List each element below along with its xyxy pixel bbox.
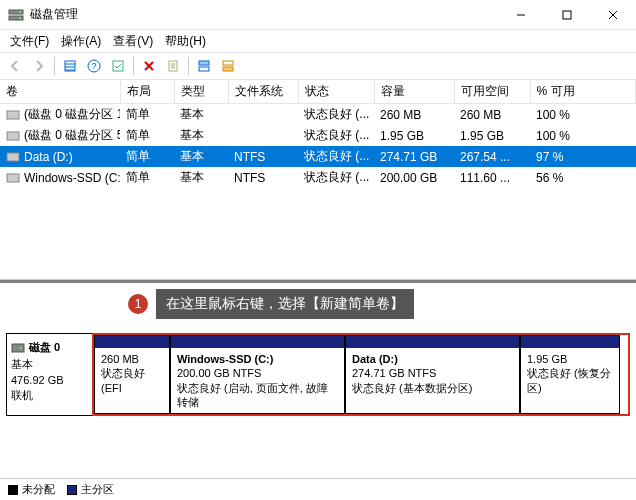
menu-help[interactable]: 帮助(H) <box>159 31 212 52</box>
maximize-button[interactable] <box>544 0 590 30</box>
svg-rect-13 <box>223 67 233 71</box>
disk-icon <box>11 342 25 354</box>
col-type[interactable]: 类型 <box>174 80 228 104</box>
window-title: 磁盘管理 <box>30 6 498 23</box>
properties-button[interactable] <box>162 55 184 77</box>
disk-row[interactable]: 磁盘 0 基本 476.92 GB 联机 260 MB状态良好 (EFI Win… <box>6 333 630 416</box>
delete-button[interactable] <box>138 55 160 77</box>
volume-table-container: 卷 布局 类型 文件系统 状态 容量 可用空间 % 可用 (磁盘 0 磁盘分区 … <box>0 80 636 280</box>
minimize-button[interactable] <box>498 0 544 30</box>
partition[interactable]: Data (D:)274.71 GB NTFS状态良好 (基本数据分区) <box>345 335 520 414</box>
partition[interactable]: 1.95 GB状态良好 (恢复分区) <box>520 335 620 414</box>
col-layout[interactable]: 布局 <box>120 80 174 104</box>
svg-rect-11 <box>199 67 209 71</box>
svg-point-3 <box>19 17 21 19</box>
partition[interactable]: Windows-SSD (C:)200.00 GB NTFS状态良好 (启动, … <box>170 335 345 414</box>
disk-info: 磁盘 0 基本 476.92 GB 联机 <box>6 333 92 416</box>
layout-top-button[interactable] <box>193 55 215 77</box>
svg-rect-14 <box>7 111 19 119</box>
legend-swatch-primary <box>67 485 77 495</box>
forward-button[interactable] <box>28 55 50 77</box>
legend-primary: 主分区 <box>81 482 114 497</box>
layout-bottom-button[interactable] <box>217 55 239 77</box>
svg-rect-8 <box>113 61 123 71</box>
svg-rect-12 <box>223 61 233 65</box>
svg-rect-16 <box>7 153 19 161</box>
volume-table: 卷 布局 类型 文件系统 状态 容量 可用空间 % 可用 (磁盘 0 磁盘分区 … <box>0 80 636 188</box>
col-status[interactable]: 状态 <box>298 80 374 104</box>
svg-point-2 <box>19 11 21 13</box>
menu-view[interactable]: 查看(V) <box>107 31 159 52</box>
menu-action[interactable]: 操作(A) <box>55 31 107 52</box>
svg-point-19 <box>20 347 22 349</box>
legend-unallocated: 未分配 <box>22 482 55 497</box>
disk-status: 联机 <box>11 388 88 403</box>
col-pct[interactable]: % 可用 <box>530 80 636 104</box>
partition[interactable]: 260 MB状态良好 (EFI <box>94 335 170 414</box>
legend: 未分配 主分区 <box>0 478 636 500</box>
svg-rect-17 <box>7 174 19 182</box>
svg-rect-18 <box>12 344 24 352</box>
toolbar: ? <box>0 52 636 80</box>
help-button[interactable]: ? <box>83 55 105 77</box>
close-button[interactable] <box>590 0 636 30</box>
col-fs[interactable]: 文件系统 <box>228 80 298 104</box>
annotation: 1 在这里鼠标右键，选择【新建简单卷】 <box>128 289 414 319</box>
annotation-number: 1 <box>128 294 148 314</box>
svg-rect-15 <box>7 132 19 140</box>
disk-label: 磁盘 0 <box>29 340 60 355</box>
disk-pane: 1 在这里鼠标右键，选择【新建简单卷】 磁盘 0 基本 476.92 GB 联机… <box>0 280 636 478</box>
back-button[interactable] <box>4 55 26 77</box>
svg-text:?: ? <box>91 61 96 71</box>
table-row[interactable]: (磁盘 0 磁盘分区 1)简单基本状态良好 (...260 MB260 MB10… <box>0 104 636 126</box>
svg-rect-4 <box>563 11 571 19</box>
menu-file[interactable]: 文件(F) <box>4 31 55 52</box>
app-icon <box>8 7 24 23</box>
refresh-button[interactable] <box>107 55 129 77</box>
legend-swatch-unallocated <box>8 485 18 495</box>
col-free[interactable]: 可用空间 <box>454 80 530 104</box>
titlebar: 磁盘管理 <box>0 0 636 30</box>
disk-size: 476.92 GB <box>11 373 88 388</box>
col-volume[interactable]: 卷 <box>0 80 120 104</box>
view-list-button[interactable] <box>59 55 81 77</box>
table-row[interactable]: Data (D:)简单基本NTFS状态良好 (...274.71 GB267.5… <box>0 146 636 167</box>
annotation-text: 在这里鼠标右键，选择【新建简单卷】 <box>156 289 414 319</box>
svg-rect-10 <box>199 61 209 65</box>
partitions-container: 260 MB状态良好 (EFI Windows-SSD (C:)200.00 G… <box>92 333 630 416</box>
table-row[interactable]: Windows-SSD (C:)简单基本NTFS状态良好 (...200.00 … <box>0 167 636 188</box>
menubar: 文件(F) 操作(A) 查看(V) 帮助(H) <box>0 30 636 52</box>
disk-type: 基本 <box>11 357 88 372</box>
table-row[interactable]: (磁盘 0 磁盘分区 5)简单基本状态良好 (...1.95 GB1.95 GB… <box>0 125 636 146</box>
col-capacity[interactable]: 容量 <box>374 80 454 104</box>
